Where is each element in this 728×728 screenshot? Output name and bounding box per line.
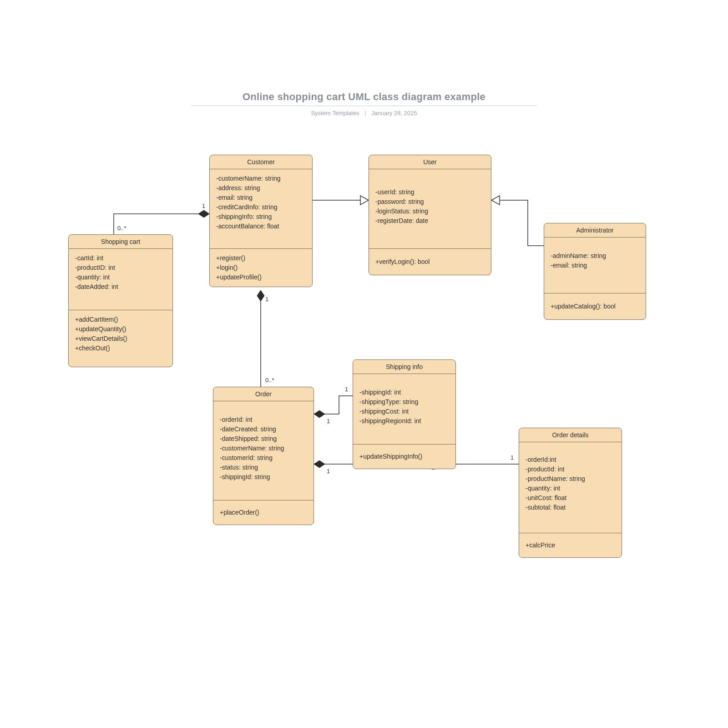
attr: -quantity: int — [75, 273, 166, 282]
mult-order-ship-right: 1 — [345, 386, 348, 393]
attr: -orderId: int — [220, 415, 307, 425]
attr: -loginStatus: string — [375, 207, 485, 216]
svg-marker-3 — [198, 210, 209, 217]
class-order: Order -orderId: int -dateCreated: string… — [213, 387, 314, 525]
class-shipping-info: Shipping info -shippingId: int -shipping… — [353, 359, 456, 469]
attr: -customerId: string — [220, 453, 307, 463]
attr: -email: string — [551, 261, 639, 270]
class-attrs: -orderId: int -dateCreated: string -date… — [213, 401, 313, 500]
class-shopping-cart: Shopping cart -cartId: int -productID: i… — [68, 234, 173, 367]
class-name: Administrator — [544, 223, 646, 238]
edge-administrator-user — [491, 196, 544, 246]
class-name: Shipping info — [353, 360, 455, 374]
class-name: Shopping cart — [69, 235, 172, 249]
svg-marker-4 — [257, 290, 264, 301]
op: +updateQuantity() — [75, 324, 166, 334]
attr: -cartId: int — [75, 253, 166, 263]
class-attrs: -userId: string -password: string -login… — [369, 169, 491, 249]
attr: -shippingId: int — [359, 388, 449, 397]
attr: -creditCardInfo: string — [216, 202, 306, 212]
attr: -subtotal: float — [526, 503, 615, 512]
op: +addCartItem() — [75, 315, 166, 324]
op: +updateShippingInfo() — [359, 452, 449, 461]
class-order-details: Order details -orderId:int -productId: i… — [519, 428, 622, 558]
mult-customer-cart-many: 0..* — [117, 225, 126, 232]
attr: -password: string — [375, 197, 485, 207]
attr: -customerName: string — [220, 444, 307, 453]
class-customer: Customer -customerName: string -address:… — [209, 155, 313, 287]
mult-customer-order-many: 0..* — [265, 377, 274, 384]
attr: -orderId:int — [526, 455, 615, 465]
class-attrs: -customerName: string -address: string -… — [210, 169, 312, 249]
class-name: Customer — [210, 155, 312, 169]
mult-order-od-left: 1 — [327, 468, 330, 475]
mult-order-ship-left: 1 — [327, 418, 330, 425]
diagram-author: System Templates — [311, 110, 359, 116]
attr: -accountBalance: float — [216, 222, 306, 231]
svg-marker-5 — [314, 410, 325, 418]
attr: -status: string — [220, 463, 307, 472]
diagram-subtitle: System Templates | January 28, 2025 — [0, 110, 728, 116]
class-ops: +addCartItem() +updateQuantity() +viewCa… — [69, 310, 172, 367]
attr: -email: string — [216, 193, 306, 202]
class-name: Order details — [519, 428, 622, 442]
svg-marker-2 — [491, 196, 500, 205]
attr: -productID: int — [75, 263, 166, 273]
class-ops: +calcPrice — [519, 533, 622, 557]
attr: -address: string — [216, 183, 306, 193]
attr: -unitCost: float — [526, 493, 615, 503]
op: +updateCatalog(): bool — [551, 302, 639, 311]
attr: -registerDate: date — [375, 216, 485, 226]
attr: -customerName: string — [216, 174, 306, 183]
class-ops: +updateCatalog(): bool — [544, 293, 646, 319]
attr: -shippingType: string — [359, 397, 449, 407]
attr: -shippingInfo: string — [216, 212, 306, 222]
attr: -productName: string — [526, 474, 615, 484]
edge-customer-order — [257, 290, 264, 387]
title-rule — [191, 106, 537, 106]
class-ops: +placeOrder() — [213, 500, 313, 525]
class-attrs: -cartId: int -productID: int -quantity: … — [69, 249, 172, 310]
class-ops: +verifyLogin(): bool — [369, 249, 491, 275]
attr: -dateShipped: string — [220, 434, 307, 444]
class-administrator: Administrator -adminName: string -email:… — [544, 223, 646, 320]
attr: -shippingCost: int — [359, 407, 449, 416]
op: +login() — [216, 263, 306, 273]
attr: -shippingRegionId: int — [359, 416, 449, 426]
op: +register() — [216, 253, 306, 263]
op: +viewCartDetails() — [75, 334, 166, 344]
attr: -adminName: string — [551, 251, 639, 261]
mult-customer-order-1: 1 — [265, 296, 268, 303]
svg-marker-1 — [360, 196, 369, 205]
class-name: User — [369, 155, 491, 169]
edge-order-shipping — [314, 396, 353, 418]
edge-customer-shoppingcart — [114, 210, 209, 234]
class-ops: +register() +login() +updateProfile() — [210, 249, 312, 287]
class-attrs: -adminName: string -email: string — [544, 238, 646, 293]
op: +calcPrice — [526, 541, 615, 550]
edge-customer-user — [313, 196, 369, 205]
diagram-header: Online shopping cart UML class diagram e… — [0, 91, 728, 116]
op: +checkOut() — [75, 344, 166, 353]
class-ops: +updateShippingInfo() — [353, 445, 455, 469]
op: +updateProfile() — [216, 273, 306, 282]
op: +verifyLogin(): bool — [375, 257, 485, 267]
class-user: User -userId: string -password: string -… — [369, 155, 491, 275]
class-attrs: -shippingId: int -shippingType: string -… — [353, 374, 455, 445]
diagram-title: Online shopping cart UML class diagram e… — [0, 91, 728, 103]
mult-order-od-right: 1 — [511, 454, 514, 461]
diagram-date: January 28, 2025 — [371, 110, 417, 116]
attr: -userId: string — [375, 187, 485, 197]
op: +placeOrder() — [220, 508, 307, 517]
attr: -dateAdded: int — [75, 282, 166, 292]
subtitle-separator: | — [364, 110, 366, 116]
attr: -productId: int — [526, 465, 615, 474]
mult-customer-cart-1: 1 — [202, 202, 205, 209]
attr: -quantity: int — [526, 484, 615, 493]
attr: -dateCreated: string — [220, 425, 307, 434]
class-attrs: -orderId:int -productId: int -productNam… — [519, 442, 622, 533]
class-name: Order — [213, 387, 313, 401]
attr: -shippingId: string — [220, 472, 307, 482]
svg-marker-6 — [314, 460, 325, 468]
